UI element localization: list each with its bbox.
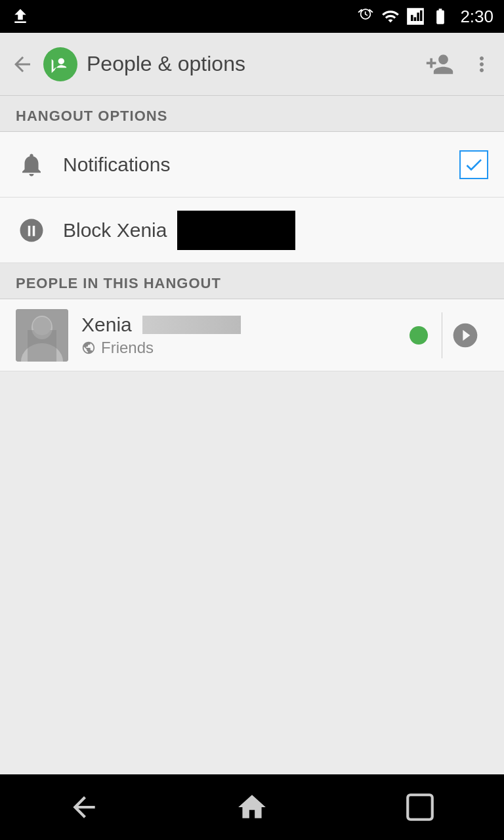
status-time: 2:30 — [460, 7, 494, 27]
relation-icon — [81, 341, 96, 355]
block-item[interactable]: Block Xenia — [0, 198, 504, 263]
status-bar: 2:30 — [0, 0, 504, 33]
avatar — [16, 309, 68, 362]
upload-icon — [10, 7, 30, 26]
people-header: PEOPLE IN THIS HANGOUT — [0, 263, 504, 299]
person-info: Xenia Friends — [81, 314, 383, 357]
relation-label: Friends — [101, 339, 154, 357]
app-bar: People & options — [0, 33, 504, 96]
page-title: People & options — [87, 52, 416, 76]
person-item[interactable]: Xenia Friends — [0, 299, 504, 371]
alarm-icon — [356, 7, 375, 26]
person-name: Xenia — [81, 314, 132, 336]
person-name-row: Xenia — [81, 314, 383, 336]
svg-rect-5 — [408, 795, 432, 820]
bell-icon — [16, 149, 47, 180]
status-bar-left — [10, 0, 30, 33]
battery-icon — [431, 7, 450, 26]
block-label-container: Block Xenia — [63, 211, 295, 250]
person-relation: Friends — [81, 339, 383, 357]
app-bar-actions — [425, 50, 494, 79]
notifications-label: Notifications — [63, 154, 444, 176]
online-status-button[interactable] — [396, 312, 442, 358]
signal-icon — [406, 7, 425, 26]
more-options-button[interactable] — [470, 52, 494, 76]
notifications-checkbox[interactable] — [459, 150, 488, 179]
redacted-content — [177, 211, 295, 250]
block-icon — [16, 215, 47, 246]
person-actions — [396, 312, 488, 358]
back-button[interactable] — [10, 52, 34, 76]
online-indicator — [410, 326, 428, 345]
app-logo — [43, 47, 77, 81]
wifi-icon — [381, 7, 400, 26]
nav-home-button[interactable] — [236, 791, 268, 824]
nav-back-button[interactable] — [68, 791, 100, 824]
add-person-button[interactable] — [425, 50, 454, 79]
person-name-redacted — [142, 316, 241, 334]
main-content: HANGOUT OPTIONS Notifications Block Xeni… — [0, 96, 504, 774]
block-label: Block Xenia — [63, 219, 167, 242]
nav-recents-button[interactable] — [404, 791, 436, 824]
nav-bar — [0, 774, 504, 840]
svg-point-4 — [33, 317, 51, 335]
hangout-options-header: HANGOUT OPTIONS — [0, 96, 504, 132]
notifications-item[interactable]: Notifications — [0, 132, 504, 198]
video-call-button[interactable] — [442, 312, 488, 358]
status-icons: 2:30 — [356, 7, 494, 27]
